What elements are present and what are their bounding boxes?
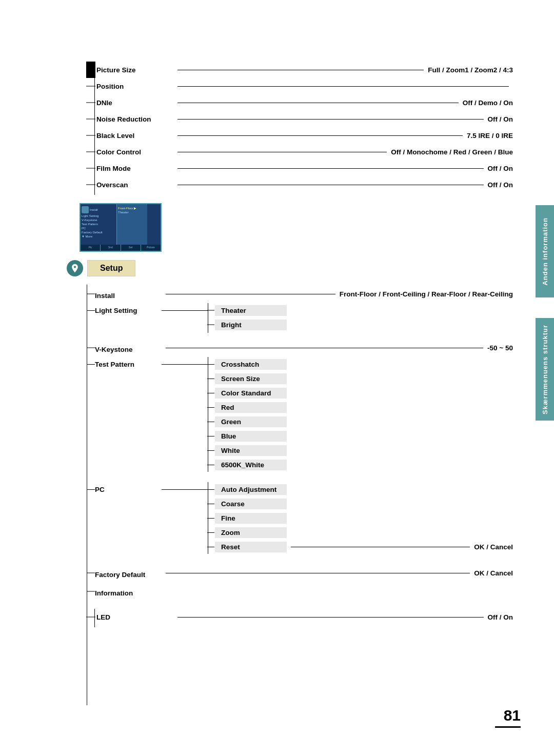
pc-row-content: PC Auto Adjustment (95, 482, 513, 554)
sub-red: Red (208, 400, 287, 414)
row-led: LED Off / On (87, 609, 513, 625)
tick-green (207, 422, 214, 422)
label-picture-size: Picture Size (96, 66, 173, 74)
tick-auto-adj (207, 489, 214, 490)
tick-light (87, 310, 95, 311)
row-v-keystone: V-Keystone -50 ~ 50 (95, 339, 513, 357)
sub-6500k: 6500K_White (208, 457, 287, 472)
side-tab-skaerm-label: Skærmmenuens struktur (541, 325, 549, 414)
bottom-section: LED Off / On (87, 609, 513, 625)
value-reset: OK / Cancel (474, 543, 513, 551)
label-green: Green (215, 416, 287, 427)
tick-crosshatch (207, 364, 214, 365)
sub-white: White (208, 443, 287, 457)
thumbnail-left: Install Light Setting V-Keystone Test Pa… (81, 204, 116, 251)
tick-noise (86, 119, 95, 120)
line-picture-size (177, 70, 424, 70)
tick-color-standard (207, 393, 214, 393)
row-light-setting: Light Setting Theater (95, 303, 513, 336)
label-blue: Blue (215, 431, 287, 442)
pc-sub-items: Auto Adjustment Coarse Fine (208, 482, 513, 554)
side-tab-skaerm: Skærmmenuens struktur (536, 318, 554, 421)
line-film (177, 168, 484, 169)
label-black-level: Black Level (96, 132, 173, 140)
sub-crosshatch: Crosshatch (208, 357, 287, 371)
label-position: Position (96, 83, 173, 90)
line-position (177, 86, 509, 87)
row-black-level: Black Level 7.5 IRE / 0 IRE (87, 127, 513, 144)
pc-h-connector (162, 489, 208, 490)
row-factory-default: Factory Default OK / Cancel (95, 564, 513, 582)
value-color-control: Off / Monochome / Red / Green / Blue (391, 148, 513, 156)
value-film: Off / On (488, 165, 513, 172)
label-led: LED (96, 613, 173, 621)
tick-factory (87, 573, 95, 573)
sub-auto-adj: Auto Adjustment (208, 482, 513, 496)
page-number-area: 81 (495, 707, 521, 728)
thumbnail-content: Install Light Setting V-Keystone Test Pa… (81, 204, 161, 251)
tick-color-control (86, 152, 95, 152)
sub-coarse: Coarse (208, 496, 513, 511)
line-vkeystone (166, 348, 483, 348)
tick-pc (87, 489, 95, 490)
thumbnail-right: Front-Floor ▶ Theater (116, 204, 147, 251)
label-reset: Reset (215, 542, 287, 552)
sub-blue: Blue (208, 429, 287, 443)
tick-blue (207, 436, 214, 436)
label-coarse: Coarse (215, 499, 287, 509)
label-auto-adj: Auto Adjustment (215, 484, 287, 495)
line-led (177, 617, 484, 618)
tick-position (86, 86, 95, 87)
line-color-control (177, 152, 387, 152)
side-tab-anden-label: Anden information (541, 217, 549, 286)
line-install (166, 294, 335, 294)
tick-black (86, 135, 95, 136)
line-dnie (177, 103, 459, 103)
row-dnie: DNIe Off / Demo / On (87, 94, 513, 111)
line-factory (166, 573, 470, 573)
row-install: Install Front-Floor / Front-Ceiling / Re… (95, 285, 513, 303)
label-bright: Bright (215, 320, 287, 330)
light-row-content: Light Setting Theater (95, 303, 513, 332)
value-black: 7.5 IRE / 0 IRE (467, 132, 513, 140)
test-pattern-h-connector (162, 364, 208, 365)
label-v-keystone: V-Keystone (95, 342, 162, 353)
light-sub-items: Theater Bright (208, 303, 287, 332)
setup-section: Setup Install Front-Floor / Front-Ceilin… (67, 260, 513, 601)
label-zoom: Zoom (215, 527, 287, 538)
tick-overscan (86, 185, 95, 185)
line-reset (291, 547, 470, 547)
label-theater: Theater (215, 305, 287, 316)
row-test-pattern: Test Pattern Crosshatch (95, 357, 513, 480)
test-pattern-sub-items: Crosshatch Screen Size Color Stand (208, 357, 287, 472)
label-fine: Fine (215, 513, 287, 524)
tick-dnie (86, 103, 95, 103)
tick-6500k (207, 465, 214, 465)
label-dnie: DNIe (96, 99, 173, 107)
setup-icon (67, 260, 83, 276)
label-color-control: Color Control (96, 148, 173, 156)
tick-info (87, 591, 95, 592)
label-film-mode: Film Mode (96, 165, 173, 172)
tick-test-pattern (87, 364, 95, 365)
row-color-control: Color Control Off / Monochome / Red / Gr… (87, 144, 513, 160)
line-overscan (177, 185, 484, 185)
row-information: Information (95, 582, 513, 601)
setup-title: Setup (87, 260, 135, 276)
label-crosshatch: Crosshatch (215, 359, 287, 370)
label-noise-reduction: Noise Reduction (96, 115, 173, 123)
sub-theater: Theater (208, 303, 287, 317)
setup-header: Setup (67, 260, 513, 276)
tick-fine (207, 518, 214, 519)
tick-reset (207, 547, 214, 547)
tick-coarse (207, 504, 214, 504)
row-overscan: Overscan Off / On (87, 176, 513, 193)
tick-bright (207, 325, 214, 325)
tick-zoom (207, 532, 214, 533)
side-tab-anden: Anden information (536, 205, 554, 297)
sub-bright: Bright (208, 317, 287, 332)
page-number-underline (495, 726, 521, 728)
row-pc: PC Auto Adjustment (95, 482, 513, 562)
row-picture-size: Picture Size Full / Zoom1 / Zoom2 / 4:3 (87, 62, 513, 78)
tick-film (86, 168, 95, 169)
